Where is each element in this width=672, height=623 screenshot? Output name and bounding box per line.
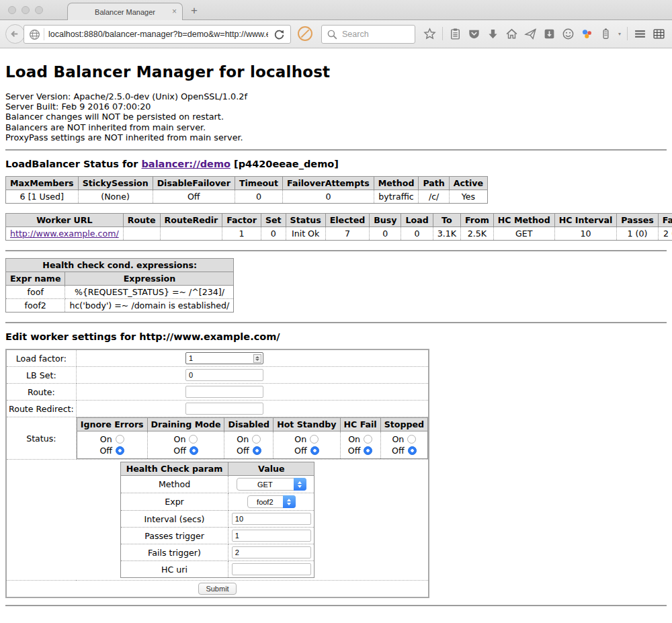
- route-redirect-input[interactable]: [185, 403, 263, 415]
- radio-line: On: [384, 433, 425, 445]
- balancer-table-header-row: MaxMembersStickySessionDisableFailoverTi…: [6, 177, 488, 190]
- status-row: Status:Ignore ErrorsDraining ModeDisable…: [6, 417, 429, 460]
- server-info-line-3: Balancers are NOT inherited from main se…: [5, 122, 667, 132]
- dropdown-caret-icon[interactable]: ▾: [618, 31, 621, 37]
- worker-cell: 0: [261, 227, 286, 241]
- grid-icon[interactable]: [653, 28, 665, 40]
- expr-table-title: Health check cond. expressions:: [6, 259, 234, 272]
- status-cell-ignore-errors: OnOff: [77, 431, 147, 459]
- method-select[interactable]: GET: [237, 478, 306, 491]
- expr-select[interactable]: foof2: [247, 495, 296, 508]
- download-arrow-icon[interactable]: [487, 28, 499, 40]
- radio-hc-fail-off[interactable]: [364, 446, 372, 455]
- form-field-cell: [76, 401, 429, 417]
- balancer-cell: 6 [1 Used]: [6, 190, 79, 204]
- send-plane-icon[interactable]: [524, 28, 537, 40]
- new-tab-button[interactable]: +: [191, 4, 198, 17]
- submit-button[interactable]: Submit: [198, 583, 236, 595]
- worker-url-link[interactable]: http://www.example.com/: [10, 229, 119, 239]
- worker-col-header: Factor: [222, 214, 261, 227]
- back-button[interactable]: [5, 24, 25, 44]
- number-spinner-icon[interactable]: [253, 354, 261, 363]
- search-placeholder: Search: [342, 30, 369, 39]
- radio-off-label: Off: [348, 446, 361, 456]
- load-factor-input[interactable]: [185, 352, 263, 364]
- radio-stopped-on[interactable]: [407, 435, 416, 444]
- page-content: Load Balancer Manager for localhost Serv…: [0, 48, 672, 606]
- minimize-window-button[interactable]: [22, 6, 30, 14]
- close-window-button[interactable]: [8, 6, 16, 14]
- hc-row-interval-secs: Interval (secs): [120, 511, 314, 528]
- status-col-header: Stopped: [380, 418, 427, 431]
- radio-ignore-errors-on[interactable]: [116, 435, 124, 444]
- pocket-icon[interactable]: [468, 28, 480, 40]
- radio-ignore-errors-off[interactable]: [116, 446, 124, 455]
- server-info: Server Version: Apache/2.5.0-dev (Unix) …: [5, 91, 667, 142]
- radio-hot-standby-off[interactable]: [310, 446, 319, 455]
- url-bar[interactable]: localhost:8880/balancer-manager?b=demo&w…: [24, 25, 291, 44]
- fails-trigger-input[interactable]: [232, 546, 311, 558]
- radio-draining-mode-off[interactable]: [190, 446, 198, 455]
- passes-trigger-input[interactable]: [232, 530, 311, 542]
- select-stepper-icon: [294, 478, 306, 491]
- reload-icon[interactable]: [273, 28, 286, 41]
- status-cell-hc-fail: OnOff: [340, 431, 380, 459]
- search-bar[interactable]: Search: [321, 25, 415, 44]
- hc-value-passes-trigger: [228, 528, 314, 544]
- lb-set-input[interactable]: [185, 369, 263, 381]
- server-info-line-2: Balancer changes will NOT be persisted o…: [5, 112, 667, 122]
- hc-label-expr: Expr: [120, 493, 228, 511]
- hc-uri-input[interactable]: [232, 563, 311, 575]
- expr-value-cell: hc('body') =~ /domain is established/: [65, 299, 234, 313]
- status-cell-draining-mode: OnOff: [147, 431, 224, 459]
- radio-line: On: [227, 433, 270, 445]
- balancer-table-row: 6 [1 Used](None)Off00bytraffic/c/Yes: [6, 190, 488, 204]
- expr-row: foof2hc('body') =~ /domain is establishe…: [6, 299, 234, 313]
- route-input[interactable]: [185, 386, 263, 398]
- tab-close-icon[interactable]: ×: [172, 7, 177, 16]
- balancer-link[interactable]: balancer://demo: [141, 159, 230, 169]
- smiley-icon[interactable]: [562, 28, 575, 40]
- radio-hc-fail-on[interactable]: [364, 435, 372, 444]
- radio-off-label: Off: [237, 446, 249, 456]
- radio-disabled-off[interactable]: [253, 446, 261, 455]
- color-dots-icon[interactable]: [581, 28, 593, 40]
- balancer-cell: 0: [283, 190, 374, 204]
- hc-table-cell: Health Check paramValueMethodGETExprfoof…: [6, 460, 429, 581]
- star-icon[interactable]: [423, 28, 436, 40]
- worker-cell: 3.1K: [433, 227, 460, 241]
- radio-disabled-on[interactable]: [252, 435, 261, 444]
- balancer-status-heading: LoadBalancer Status for balancer://demo …: [5, 159, 667, 169]
- balancer-cell: Off: [153, 190, 235, 204]
- worker-col-header: Route: [123, 214, 160, 227]
- download-box-icon[interactable]: [543, 28, 556, 40]
- toolbar-separator: [627, 27, 628, 40]
- radio-hot-standby-on[interactable]: [310, 435, 319, 444]
- divider: [5, 322, 667, 323]
- hc-header-row: Health Check paramValue: [120, 462, 314, 476]
- block-icon[interactable]: [298, 26, 312, 41]
- worker-col-header: Passes: [617, 214, 658, 227]
- home-icon[interactable]: [505, 28, 518, 40]
- clipboard-icon[interactable]: [449, 28, 462, 40]
- hc-label-interval-secs: Interval (secs): [120, 511, 228, 528]
- url-text[interactable]: localhost:8880/balancer-manager?b=demo&w…: [48, 30, 268, 39]
- load-factor-stepper: [185, 352, 263, 364]
- radio-draining-mode-on[interactable]: [189, 435, 198, 444]
- worker-cell: 7: [325, 227, 370, 241]
- radio-on-label: On: [294, 434, 306, 444]
- expr-table-body: foof%{REQUEST_STATUS} =~ /^[234]/foof2hc…: [6, 286, 234, 313]
- radio-stopped-off[interactable]: [408, 446, 417, 455]
- hamburger-menu-icon[interactable]: [634, 28, 646, 40]
- battery-icon[interactable]: [599, 28, 612, 40]
- balancer-col-header: Method: [374, 177, 419, 190]
- status-col-header: Draining Mode: [147, 418, 224, 431]
- interval-secs-input[interactable]: [232, 513, 311, 525]
- status-col-header: Ignore Errors: [77, 418, 147, 431]
- zoom-window-button[interactable]: [35, 6, 43, 14]
- toolbar-icons: ▾: [423, 27, 665, 40]
- tab-balancer-manager[interactable]: Balancer Manager ×: [67, 3, 183, 20]
- balancer-col-header: StickySession: [78, 177, 153, 190]
- worker-col-header: Load: [401, 214, 433, 227]
- hc-value-fails-trigger: [228, 544, 314, 561]
